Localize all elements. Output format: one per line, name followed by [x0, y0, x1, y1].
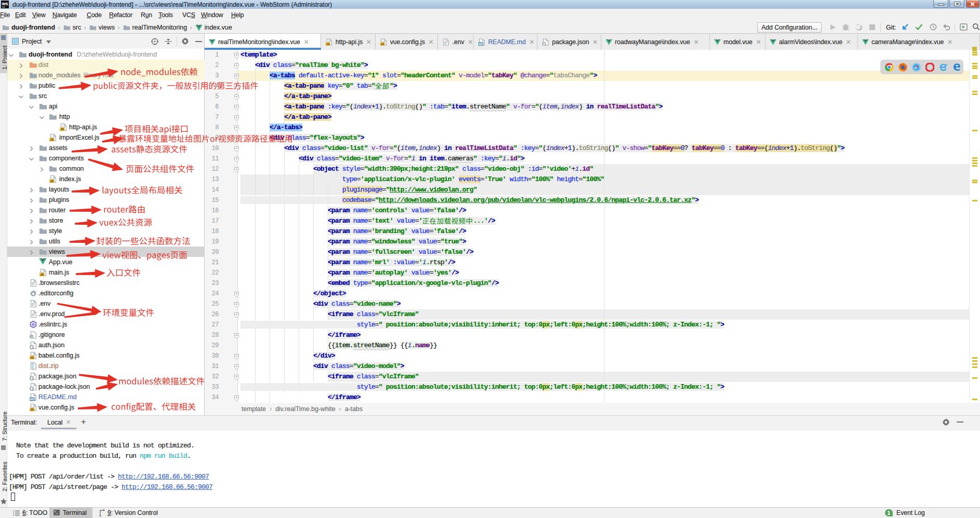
- svg-text:{}: {}: [30, 387, 34, 391]
- svg-text:JS: JS: [381, 42, 384, 45]
- svg-text:JS: JS: [60, 127, 64, 131]
- svg-text:MD: MD: [30, 398, 35, 401]
- svg-text:JS: JS: [50, 138, 54, 141]
- svg-text:{}: {}: [542, 42, 546, 46]
- svg-text:JS: JS: [30, 407, 34, 411]
- svg-text:JS: JS: [50, 179, 54, 183]
- svg-text:JS: JS: [40, 272, 44, 276]
- svg-text:JS: JS: [326, 42, 330, 45]
- svg-text:{}: {}: [30, 377, 34, 380]
- svg-text:MD: MD: [478, 42, 483, 45]
- svg-text:JS: JS: [30, 356, 34, 359]
- svg-text:{}: {}: [30, 346, 34, 349]
